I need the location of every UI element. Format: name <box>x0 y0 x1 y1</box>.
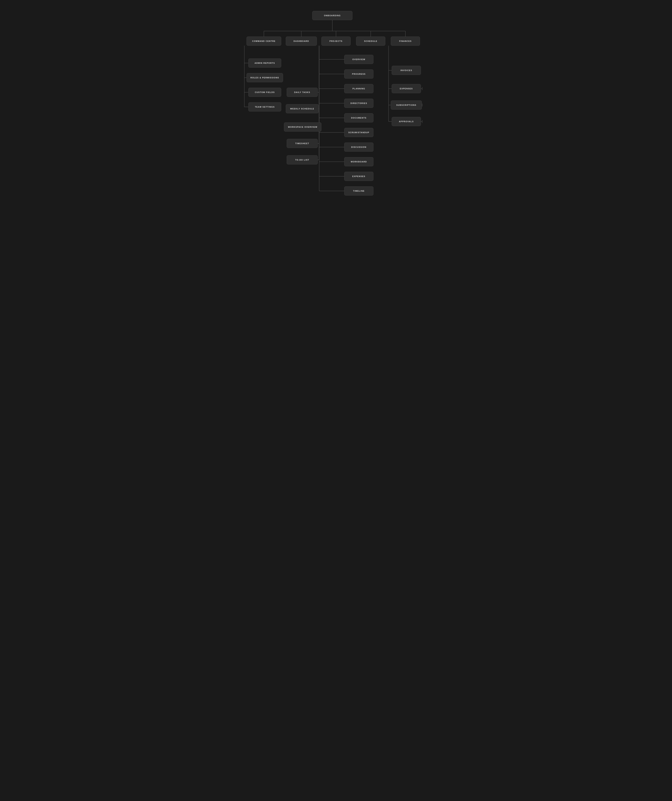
documents-node: DOCUMENTS <box>344 113 374 122</box>
weekly-schedule-node: WEEKLY SCHEDULE <box>286 104 319 113</box>
invoices-node: INVOICES <box>392 66 421 75</box>
team-settings-node: TEAM SETTINGS <box>249 102 281 111</box>
admin-reports-node: ADMIN REPORTS <box>249 58 281 68</box>
roles-permissions-node: ROLES & PERMISSIONS <box>247 73 283 82</box>
discussion-node: DISCUSSION <box>344 143 374 152</box>
projects-node: PROJECTS <box>321 37 351 46</box>
overview-node: OVERVIEW <box>344 55 374 64</box>
custom-fields-node: CUSTOM FIELDS <box>249 88 281 97</box>
planning-node: PLANNING <box>344 84 374 93</box>
expenses-finances-node: EXPENSES <box>392 84 421 93</box>
timeline-node: TIMELINE <box>344 187 374 196</box>
finances-node: FINANCES <box>391 37 420 46</box>
onboarding-node: ONBOARDING <box>312 11 353 20</box>
scrum-standup-node: SCRUM/STANDUP <box>344 128 374 137</box>
schedule-node: SCHEDULE <box>356 37 385 46</box>
approvals-node: APPROVALS <box>392 117 421 126</box>
workboard-node: WORKBOARD <box>344 157 374 166</box>
dashboard-node: DASHBOARD <box>286 37 317 46</box>
directories-node: DIRECTORIES <box>344 99 374 108</box>
progress-node: PROGRESS <box>344 69 374 79</box>
to-do-list-node: TO-DO LIST <box>287 155 318 164</box>
timesheet-node: TIMESHEET <box>287 139 318 148</box>
workspace-overview-node: WORKSPACE OVERVIEW <box>284 122 321 132</box>
expenses-projects-node: EXPENSES <box>344 172 374 181</box>
command-centre-node: COMMAND CENTRE <box>247 37 281 46</box>
subscriptions-node: SUBSCRIPTIONS <box>391 100 422 109</box>
daily-tasks-node: DAILY TASKS <box>287 88 318 97</box>
